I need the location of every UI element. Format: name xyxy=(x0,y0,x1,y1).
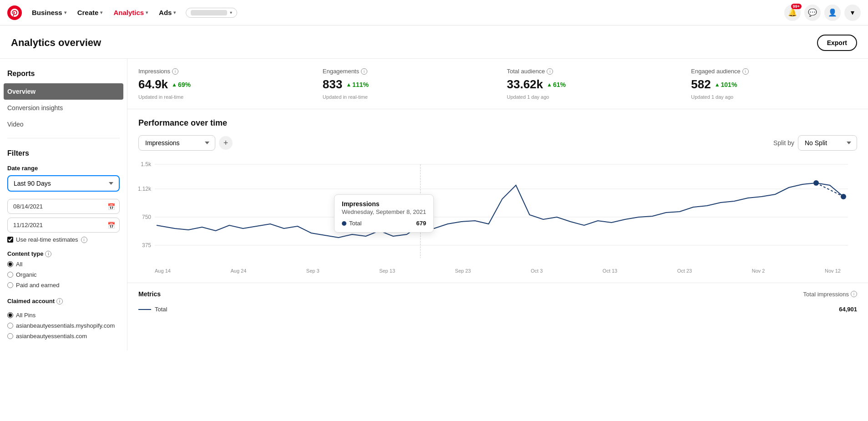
impressions-value: 64.9k ▲ 69% xyxy=(138,77,305,91)
total-impressions-info-icon[interactable]: i xyxy=(851,291,857,297)
engagements-label: Engagements i xyxy=(323,68,489,75)
calendar-end-icon[interactable]: 📅 xyxy=(107,222,115,229)
realtime-checkbox-row[interactable]: Use real-time estimates i xyxy=(7,236,120,243)
date-range-select[interactable]: Last 90 Days Last 30 Days Last 7 Days Cu… xyxy=(7,175,120,192)
user-icon: 👤 xyxy=(828,8,837,17)
more-button[interactable]: ▾ xyxy=(844,5,861,21)
end-date-input[interactable] xyxy=(7,218,120,233)
content-type-label: Content type i xyxy=(7,250,120,257)
start-date-input[interactable] xyxy=(7,199,120,214)
content-type-info-icon[interactable]: i xyxy=(45,251,51,257)
total-audience-label: Total audience i xyxy=(507,68,673,75)
radio-shopify[interactable]: asianbeautyessentials.myshopify.com xyxy=(7,322,120,329)
x-label-sep3: Sep 3 xyxy=(306,268,320,274)
svg-text:750: 750 xyxy=(142,214,151,220)
nav-business[interactable]: Business ▾ xyxy=(27,6,71,19)
user-button[interactable]: 👤 xyxy=(824,5,841,21)
x-label-sep13: Sep 13 xyxy=(379,268,395,274)
svg-text:1.12k: 1.12k xyxy=(138,186,152,192)
sidebar-item-conversion[interactable]: Conversion insights xyxy=(0,100,127,116)
stat-engagements: Engagements i 833 ▲ 111% Updated in real… xyxy=(323,68,489,100)
engaged-audience-label: Engaged audience i xyxy=(691,68,857,75)
pinterest-logo[interactable] xyxy=(7,5,22,20)
metrics-row-name: Total xyxy=(155,306,167,313)
add-metric-button[interactable]: + xyxy=(219,136,233,150)
engaged-audience-value: 582 ▲ 101% xyxy=(691,77,857,91)
calendar-start-icon[interactable]: 📅 xyxy=(107,203,115,210)
end-date-wrap: 📅 xyxy=(7,218,120,233)
engaged-audience-arrow-icon: ▲ xyxy=(715,81,720,88)
messages-button[interactable]: 💬 xyxy=(804,5,821,21)
nav-items: Business ▾ Create ▾ Analytics ▾ Ads ▾ ▾ xyxy=(27,6,784,19)
nav-create[interactable]: Create ▾ xyxy=(73,6,107,19)
engagements-change: ▲ 111% xyxy=(346,81,369,88)
engagements-note: Updated in real-time xyxy=(323,94,489,100)
sidebar-divider xyxy=(7,138,120,138)
realtime-checkbox[interactable] xyxy=(7,237,13,243)
radio-domain[interactable]: asianbeautyessentials.com xyxy=(7,333,120,340)
metric-select[interactable]: Impressions Engagements Total audience E… xyxy=(138,135,215,151)
x-label-oct23: Oct 23 xyxy=(677,268,692,274)
stats-row: Impressions i 64.9k ▲ 69% Updated in rea… xyxy=(127,59,868,109)
engaged-audience-info-icon[interactable]: i xyxy=(742,68,749,75)
nav-right: 🔔 99+ 💬 👤 ▾ xyxy=(784,5,861,21)
split-by-label: Split by xyxy=(773,139,794,147)
engaged-audience-note: Updated 1 day ago xyxy=(691,94,857,100)
stat-engaged-audience: Engaged audience i 582 ▲ 101% Updated 1 … xyxy=(691,68,857,100)
analytics-chevron-icon: ▾ xyxy=(146,10,148,15)
x-label-oct3: Oct 3 xyxy=(531,268,543,274)
x-label-oct13: Oct 13 xyxy=(603,268,617,274)
sidebar-item-overview[interactable]: Overview xyxy=(4,83,123,100)
total-audience-change: ▲ 61% xyxy=(547,81,566,88)
impressions-label: Impressions i xyxy=(138,68,305,75)
filters-title: Filters xyxy=(0,144,127,161)
impressions-arrow-icon: ▲ xyxy=(172,81,177,88)
page-title: Analytics overview xyxy=(11,37,101,49)
account-selector[interactable]: ▾ xyxy=(186,8,237,18)
impressions-info-icon[interactable]: i xyxy=(172,68,178,75)
x-label-sep23: Sep 23 xyxy=(455,268,471,274)
sidebar-item-video[interactable]: Video xyxy=(0,116,127,132)
date-range-section: Date range Last 90 Days Last 30 Days Las… xyxy=(0,161,127,195)
export-button[interactable]: Export xyxy=(817,35,857,51)
nav-ads[interactable]: Ads ▾ xyxy=(154,6,180,19)
radio-paid[interactable]: Paid and earned xyxy=(7,282,120,289)
x-label-aug14: Aug 14 xyxy=(155,268,171,274)
x-axis: Aug 14 Aug 24 Sep 3 Sep 13 Sep 23 Oct 3 … xyxy=(138,267,857,274)
content-type-section: Content type i All Organic Paid and earn… xyxy=(0,247,127,292)
business-chevron-icon: ▾ xyxy=(64,10,66,15)
total-audience-info-icon[interactable]: i xyxy=(547,68,553,75)
tooltip-dot-chart xyxy=(418,223,423,228)
split-select[interactable]: No Split Device Source xyxy=(798,135,857,151)
claimed-radio-group: All Pins asianbeautyessentials.myshopify… xyxy=(7,312,120,340)
svg-text:1.5k: 1.5k xyxy=(141,161,152,167)
top-nav: Business ▾ Create ▾ Analytics ▾ Ads ▾ ▾ … xyxy=(0,0,868,25)
stat-total-audience: Total audience i 33.62k ▲ 61% Updated 1 … xyxy=(507,68,673,100)
main-layout: Reports Overview Conversion insights Vid… xyxy=(0,59,868,350)
sidebar: Reports Overview Conversion insights Vid… xyxy=(0,59,127,350)
engagements-info-icon[interactable]: i xyxy=(361,68,367,75)
total-audience-value: 33.62k ▲ 61% xyxy=(507,77,673,91)
chart-title: Performance over time xyxy=(138,118,857,128)
radio-all-pins[interactable]: All Pins xyxy=(7,312,120,319)
account-chevron-icon: ▾ xyxy=(230,10,232,15)
chevron-down-icon: ▾ xyxy=(851,8,854,17)
realtime-info-icon[interactable]: i xyxy=(81,237,87,243)
impressions-change: ▲ 69% xyxy=(172,81,191,88)
chart-svg: 1.5k 1.12k 750 375 xyxy=(138,158,857,267)
radio-organic[interactable]: Organic xyxy=(7,271,120,278)
total-impressions-label: Total impressions i xyxy=(803,291,857,298)
claimed-info-icon[interactable]: i xyxy=(56,298,63,304)
metrics-row-total: Total 64,901 xyxy=(138,303,857,315)
account-name-blur xyxy=(191,10,227,15)
notifications-button[interactable]: 🔔 99+ xyxy=(784,5,801,21)
reports-title: Reports xyxy=(0,66,127,83)
bell-icon: 🔔 xyxy=(788,8,797,17)
chart-left-controls: Impressions Engagements Total audience E… xyxy=(138,135,233,151)
date-inputs-section: 📅 📅 Use real-time estimates i xyxy=(0,195,127,247)
start-date-wrap: 📅 xyxy=(7,199,120,214)
engagements-arrow-icon: ▲ xyxy=(346,81,351,88)
metrics-header: Metrics Total impressions i xyxy=(138,290,857,298)
nav-analytics[interactable]: Analytics ▾ xyxy=(109,6,152,19)
radio-all[interactable]: All xyxy=(7,261,120,268)
